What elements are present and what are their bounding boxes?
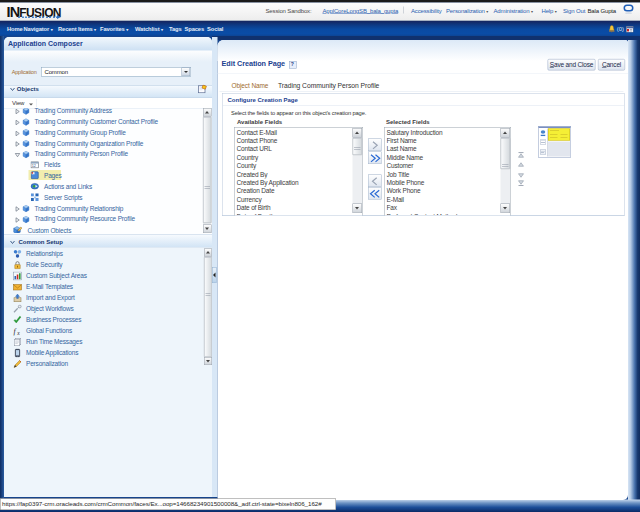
svg-text:f: f [14, 326, 17, 335]
svg-text:12: 12 [32, 164, 36, 168]
svg-text:x: x [16, 329, 20, 335]
